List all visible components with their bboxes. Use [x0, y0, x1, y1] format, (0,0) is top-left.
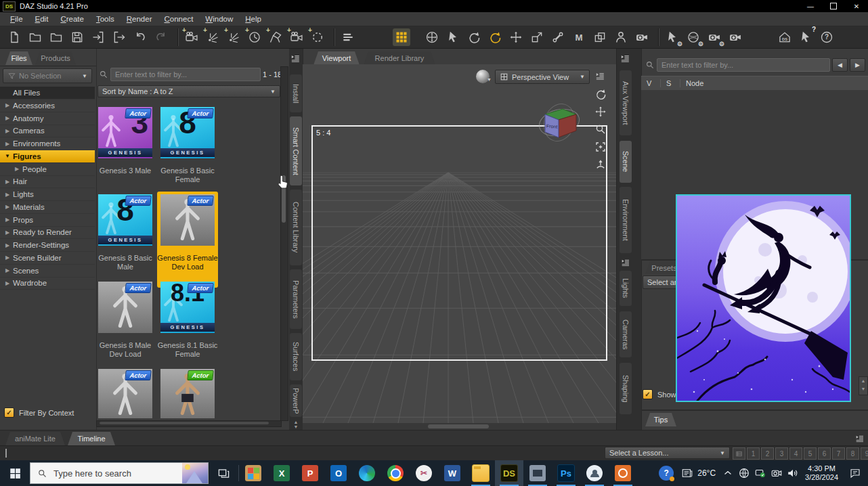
- tab-tips[interactable]: Tips: [645, 413, 676, 426]
- tab-timeline[interactable]: Timeline: [68, 432, 115, 445]
- tab-render-library[interactable]: Render Library: [364, 51, 435, 65]
- taskbar-app-word[interactable]: W: [438, 460, 466, 486]
- menu-window[interactable]: Window: [199, 14, 239, 24]
- taskbar-app-edge[interactable]: [353, 460, 381, 486]
- help-tray-icon[interactable]: ?: [659, 466, 674, 481]
- camera-settings-icon[interactable]: ⚙: [706, 28, 723, 46]
- column-header-s[interactable]: S: [661, 79, 680, 87]
- menu-edit[interactable]: Edit: [29, 14, 55, 24]
- tab-aux-viewport[interactable]: Aux Viewport: [620, 70, 632, 135]
- notification-center-button[interactable]: [842, 460, 868, 486]
- weather-thumbnail[interactable]: [182, 463, 208, 483]
- surface-selection-tool-icon[interactable]: [591, 28, 609, 46]
- new-spotlight-icon[interactable]: +: [267, 28, 284, 46]
- product-thumbnail[interactable]: 8.1GENESISActor: [160, 282, 215, 333]
- content-search-input[interactable]: [110, 68, 261, 81]
- tab-install[interactable]: Install: [290, 74, 302, 112]
- lesson-film-button[interactable]: [733, 447, 745, 460]
- lesson-button-4[interactable]: 4: [789, 447, 802, 460]
- taskbar-app-store[interactable]: [239, 460, 267, 486]
- minimize-button[interactable]: —: [799, 0, 822, 12]
- rotate-tool-icon[interactable]: [465, 28, 483, 46]
- node-selection-tool-icon[interactable]: [444, 28, 462, 46]
- tab-products[interactable]: Products: [35, 51, 76, 65]
- camera-selection-tool-icon[interactable]: [633, 28, 651, 46]
- tab-smart-content[interactable]: Smart Content: [290, 116, 302, 185]
- undo-icon[interactable]: [131, 28, 149, 46]
- taskbar-app-daz-install-manager[interactable]: [523, 460, 552, 486]
- tab-animate-lite[interactable]: aniMate Lite: [5, 432, 65, 445]
- tab-environment[interactable]: Environment: [620, 187, 632, 253]
- smart-content-toggle-icon[interactable]: [393, 28, 410, 46]
- product-thumbnail[interactable]: Actor: [160, 194, 215, 246]
- taskbar-app-file-explorer[interactable]: [466, 460, 495, 486]
- category-item-render-settings[interactable]: ▶Render-Settings: [0, 239, 95, 252]
- category-item-props[interactable]: ▶Props: [0, 214, 95, 227]
- lesson-button-6[interactable]: 6: [818, 447, 831, 460]
- category-item-people[interactable]: ▶People: [0, 163, 95, 176]
- taskbar-app-powerpoint[interactable]: P: [296, 460, 324, 486]
- tab-parameters[interactable]: Parameters: [290, 269, 302, 329]
- column-header-node[interactable]: Node: [680, 79, 703, 87]
- tab-powerp[interactable]: PowerP: [290, 384, 302, 417]
- product-thumbnail[interactable]: 8GENESISActor: [160, 107, 215, 158]
- viewport-pane-menu-icon[interactable]: [594, 70, 606, 82]
- tray-expand-chevron-button[interactable]: [720, 467, 736, 479]
- new-distant-light-icon[interactable]: +: [204, 28, 221, 46]
- taskbar-app-photoshop[interactable]: Ps: [552, 460, 580, 486]
- open-recent-icon[interactable]: [47, 28, 65, 46]
- tab-content-library[interactable]: Content Library: [290, 190, 302, 265]
- category-item-materials[interactable]: ▶Materials: [0, 201, 95, 214]
- category-item-lights[interactable]: ▶Lights: [0, 188, 95, 201]
- taskbar-app-excel[interactable]: X: [267, 460, 296, 486]
- tab-scene[interactable]: Scene: [620, 141, 632, 183]
- lesson-dropdown[interactable]: Select a Lesson... ▼: [605, 447, 730, 459]
- product-thumbnail[interactable]: Actor: [160, 369, 215, 418]
- pane-menu-icon[interactable]: [620, 257, 631, 268]
- close-button[interactable]: ✕: [845, 0, 868, 12]
- lesson-button-1[interactable]: 1: [747, 447, 760, 460]
- menu-tools[interactable]: Tools: [90, 14, 121, 24]
- zoom-tool-icon[interactable]: [593, 122, 608, 137]
- category-item-environments[interactable]: ▶Environments: [0, 137, 95, 150]
- new-null-node-icon[interactable]: +: [309, 28, 326, 46]
- lesson-button-5[interactable]: 5: [804, 447, 817, 460]
- taskbar-search-box[interactable]: Type here to search: [30, 462, 209, 484]
- redo-icon[interactable]: [152, 28, 170, 46]
- tab-viewport[interactable]: Viewport: [313, 51, 360, 65]
- taskbar-app-quick-assist[interactable]: [580, 460, 609, 486]
- help-icon[interactable]: [818, 28, 836, 46]
- task-view-button[interactable]: [209, 460, 238, 486]
- lesson-button-9[interactable]: 9: [861, 447, 868, 460]
- menu-connect[interactable]: Connect: [158, 14, 200, 24]
- universal-manipulator-icon[interactable]: [423, 28, 441, 46]
- orbit-tool-icon[interactable]: [593, 87, 608, 102]
- start-button[interactable]: [0, 460, 30, 486]
- category-item-wardrobe[interactable]: ▶Wardrobe: [0, 277, 95, 290]
- daz-connect-home-icon[interactable]: [776, 28, 794, 46]
- category-item-anatomy[interactable]: ▶Anatomy: [0, 112, 95, 125]
- render-icon[interactable]: [726, 28, 744, 46]
- tab-lights[interactable]: Lights: [620, 271, 632, 306]
- product-thumbnail[interactable]: Actor: [98, 282, 152, 333]
- category-item-accessories[interactable]: ▶Accessories: [0, 100, 95, 112]
- maximize-button[interactable]: [822, 0, 845, 12]
- pane-menu-icon[interactable]: [620, 53, 631, 64]
- pane-menu-icon[interactable]: [290, 53, 301, 64]
- menu-render[interactable]: Render: [121, 14, 158, 24]
- splitter-handle[interactable]: [428, 424, 489, 428]
- category-filter-dropdown[interactable]: No Selection ▼: [3, 68, 92, 83]
- category-item-hair[interactable]: ▶Hair: [0, 175, 95, 188]
- new-point-light-icon[interactable]: +: [225, 28, 242, 46]
- menu-help[interactable]: Help: [239, 14, 267, 24]
- taskbar-app-chrome[interactable]: [381, 460, 410, 486]
- menu-create[interactable]: Create: [54, 14, 90, 24]
- new-file-icon[interactable]: [5, 28, 23, 46]
- lesson-button-3[interactable]: 3: [775, 447, 788, 460]
- meet-now-button[interactable]: [768, 467, 785, 479]
- reset-view-tool-icon[interactable]: [593, 157, 608, 172]
- import-icon[interactable]: [89, 28, 107, 46]
- payment-button[interactable]: [752, 467, 768, 479]
- right-scroll-arrows[interactable]: ▲▼: [859, 376, 868, 395]
- save-icon[interactable]: [68, 28, 86, 46]
